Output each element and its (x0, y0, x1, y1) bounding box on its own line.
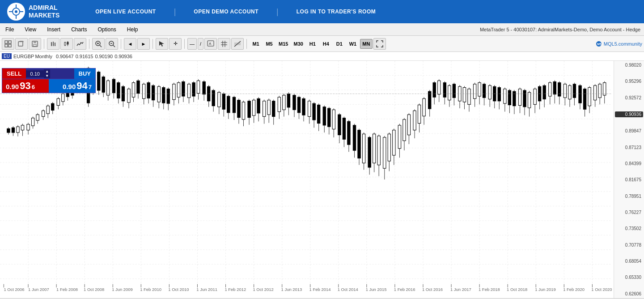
save-btn[interactable] (29, 38, 41, 50)
open-demo-account-link[interactable]: OPEN DEMO ACCOUNT (176, 9, 276, 15)
svg-rect-228 (358, 130, 360, 158)
zoom-out-btn[interactable] (106, 38, 118, 50)
tline-btn[interactable]: / (198, 38, 203, 50)
svg-rect-280 (488, 85, 491, 99)
lot-increase-btn[interactable]: ▲ (44, 69, 50, 74)
sell-price: 0.90 93 6 (2, 79, 49, 93)
line-chart-btn[interactable] (74, 38, 86, 50)
lot-decrease-btn[interactable]: ▼ (44, 74, 50, 78)
menu-options[interactable]: Options (96, 26, 118, 34)
price-label-2: 0.95296 (615, 79, 643, 84)
text-btn[interactable]: A (204, 38, 217, 50)
svg-rect-92 (17, 127, 19, 132)
hline-btn[interactable]: — (187, 38, 197, 50)
svg-rect-196 (278, 97, 280, 111)
timeframe-m30[interactable]: M30 (291, 39, 305, 49)
lot-size-input[interactable] (26, 70, 44, 77)
svg-rect-298 (534, 89, 536, 105)
price-label-7: 0.81675 (615, 177, 643, 182)
sep2 (89, 39, 89, 49)
svg-line-31 (100, 45, 102, 47)
timeframe-h1[interactable]: H1 (306, 39, 319, 49)
instrument-high: 0.91615 (76, 54, 93, 59)
svg-rect-258 (433, 83, 436, 97)
mql5-community-link[interactable]: M5 MQL5.community (596, 41, 642, 47)
price-label-1: 0.98020 (615, 63, 643, 68)
svg-text:M5: M5 (597, 43, 602, 46)
timeframe-w1[interactable]: W1 (347, 39, 359, 49)
svg-rect-306 (553, 82, 556, 94)
svg-text:1 Oct 2020: 1 Oct 2020 (591, 287, 612, 292)
timeframe-m5[interactable]: M5 (263, 39, 275, 49)
svg-rect-190 (263, 101, 266, 117)
menu-help[interactable]: Help (125, 26, 140, 34)
sep5 (184, 39, 185, 49)
svg-rect-124 (97, 72, 100, 90)
login-trader-room-link[interactable]: LOG IN TO TRADER'S ROOM (279, 9, 394, 15)
svg-rect-262 (443, 83, 446, 97)
cursor-btn[interactable] (156, 38, 168, 50)
svg-rect-308 (558, 83, 561, 96)
price-label-3: 0.92572 (615, 95, 643, 100)
svg-text:1 Feb 2010: 1 Feb 2010 (140, 287, 161, 292)
menu-view[interactable]: View (23, 26, 38, 34)
svg-text:1 Oct 2008: 1 Oct 2008 (84, 287, 104, 292)
svg-rect-94 (21, 125, 24, 130)
timeframe-h4[interactable]: H4 (320, 39, 332, 49)
svg-rect-170 (212, 90, 215, 106)
fib-btn[interactable] (231, 38, 244, 50)
svg-text:1 Jun 2019: 1 Jun 2019 (535, 287, 556, 292)
svg-text:1 Feb 2008: 1 Feb 2008 (56, 287, 78, 292)
open-btn[interactable] (15, 38, 28, 50)
menu-charts[interactable]: Charts (69, 26, 89, 34)
bar-chart-btn[interactable] (47, 38, 59, 50)
sell-price-big: 93 (20, 81, 30, 91)
svg-rect-150 (162, 87, 165, 103)
svg-text:1 Oct 2012: 1 Oct 2012 (253, 287, 273, 292)
price-label-12: 0.68054 (615, 259, 643, 264)
svg-rect-324 (598, 84, 601, 98)
crosshair-btn[interactable]: ✛ (169, 38, 182, 50)
zoom-in-btn[interactable] (92, 38, 105, 50)
svg-rect-264 (448, 85, 451, 100)
buy-price: 0.90 94 7 (49, 79, 95, 93)
svg-rect-284 (498, 87, 500, 101)
instrument-period: Monthly (35, 54, 52, 59)
svg-rect-188 (257, 98, 260, 113)
timeframe-m1[interactable]: M1 (250, 39, 262, 49)
svg-rect-286 (504, 89, 506, 103)
open-live-account-link[interactable]: OPEN LIVE ACCOUNT (77, 9, 174, 15)
menu-insert[interactable]: Insert (45, 26, 62, 34)
chart-container[interactable]: 1 Oct 2006 1 Jun 2007 1 Feb 2008 1 Oct 2… (0, 61, 644, 298)
timeframe-d1[interactable]: D1 (333, 39, 346, 49)
candlestick-btn[interactable] (60, 38, 73, 50)
svg-rect-194 (272, 101, 275, 117)
sell-button[interactable]: SELL (2, 68, 26, 79)
grid-btn[interactable] (218, 38, 230, 50)
new-chart-btn[interactable] (2, 38, 14, 50)
timeframe-mn[interactable]: MN (360, 39, 373, 49)
svg-rect-252 (418, 105, 420, 123)
sell-price-small: 6 (32, 84, 35, 90)
svg-rect-322 (594, 85, 597, 100)
sep4 (153, 39, 153, 49)
scroll-right-btn[interactable]: ► (137, 38, 150, 50)
fullscreen-btn[interactable] (373, 38, 386, 50)
price-label-6: 0.84399 (615, 161, 643, 166)
svg-rect-316 (579, 85, 581, 103)
scroll-left-btn[interactable]: ◄ (124, 38, 136, 50)
svg-rect-110 (62, 94, 64, 102)
svg-rect-266 (453, 84, 455, 98)
svg-rect-8 (8, 41, 11, 43)
svg-text:1 Jun 2007: 1 Jun 2007 (28, 287, 49, 292)
svg-rect-174 (222, 94, 225, 110)
svg-text:1 Oct 2018: 1 Oct 2018 (507, 287, 527, 292)
svg-rect-234 (373, 134, 376, 163)
timeframe-m15[interactable]: M15 (276, 39, 290, 49)
trading-panel: SELL ▲ ▼ BUY 0.90 93 6 0.90 94 7 (2, 68, 96, 93)
buy-price-main: 0.90 (63, 83, 76, 90)
menu-file[interactable]: File (4, 26, 16, 34)
buy-button[interactable]: BUY (74, 68, 95, 79)
svg-rect-290 (513, 91, 516, 106)
svg-rect-206 (302, 98, 305, 115)
